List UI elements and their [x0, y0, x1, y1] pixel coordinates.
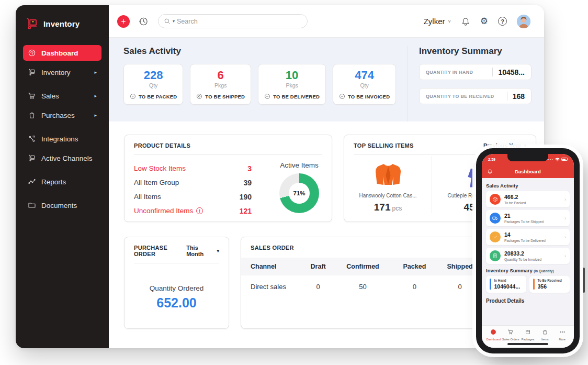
sidebar-item-label: Integrations [41, 135, 78, 143]
search-input[interactable] [177, 18, 302, 25]
sidebar-nav: Dashboard Inventory ▸ Sales ▸ P [23, 45, 101, 213]
tab-label: More [553, 338, 571, 341]
recent-history-button[interactable] [138, 16, 149, 27]
stat-value: 356 [538, 283, 562, 290]
column-header-draft: Draft [304, 258, 332, 275]
divider [492, 68, 493, 76]
all-item-group-row[interactable]: All Item Group 39 [134, 175, 252, 190]
phone-to-be-packed-card[interactable]: 466.2 To be Packed › [486, 191, 570, 207]
org-selector[interactable]: Zylker ˅ [424, 17, 451, 26]
sales-order-title: SALES ORDER [251, 245, 294, 251]
phone-notch [507, 154, 548, 161]
target-circle-icon [196, 93, 202, 99]
quantity-ordered-value: 652.00 [125, 295, 229, 311]
phone-page-title: Dashboard [482, 169, 574, 174]
table-row[interactable]: Direct sales 0 50 0 0 [241, 275, 484, 297]
sidebar-item-inventory[interactable]: Inventory ▸ [23, 64, 101, 80]
phone-tab-dashboard[interactable]: Dashboard [485, 328, 502, 341]
phone-to-be-invoiced-card[interactable]: 20833.2 Quantity To be Invoiced › [486, 248, 570, 264]
sidebar-item-reports[interactable]: Reports [23, 174, 101, 190]
low-stock-items-row[interactable]: Low Stock Items 3 [134, 161, 252, 175]
cell-confirmed: 50 [332, 275, 393, 297]
settings-button[interactable]: ⚙ [480, 17, 488, 26]
column-header-confirmed: Confirmed [332, 258, 393, 275]
hand-truck-logo-icon [25, 17, 39, 30]
purchase-order-title: PURCHASE ORDER [134, 245, 186, 257]
quantity-to-be-received-row[interactable]: QUANTITY TO BE RECEIVED 168 [419, 88, 532, 104]
donut-percent-label: 71% [289, 183, 310, 204]
package-icon [490, 194, 501, 205]
wifi-icon [555, 158, 560, 161]
home-indicator[interactable] [507, 343, 548, 345]
tab-label: Dashboard [485, 338, 502, 341]
phone-to-be-delivered-card[interactable]: 14 Packages To be Delivered › [486, 229, 570, 245]
to-be-packed-card[interactable]: 228 Qty TO BE PACKED [123, 64, 183, 105]
sidebar-item-label: Dashboard [41, 49, 78, 57]
sidebar-item-active-channels[interactable]: Active Channels [23, 150, 101, 166]
quick-create-button[interactable]: + [117, 15, 130, 28]
bell-icon[interactable] [487, 169, 493, 174]
user-avatar[interactable] [517, 15, 530, 28]
search-scope-caret-icon[interactable]: ▾ [173, 19, 175, 24]
to-be-shipped-value: 6 [196, 69, 245, 82]
card-value: 21 [504, 213, 544, 219]
stat-label: In Hand [494, 279, 521, 282]
phone-to-be-received-stat[interactable]: To Be Received 356 [529, 276, 570, 293]
check-icon [490, 231, 501, 242]
dash-circle-icon [264, 93, 270, 99]
integrations-icon [28, 135, 36, 143]
cell-draft: 0 [304, 275, 332, 297]
phone-tab-more[interactable]: More [553, 328, 571, 341]
tab-label: Sales Orders [502, 338, 519, 341]
inventory-summary-suffix: (In Quantity) [534, 269, 553, 273]
card-value: 466.2 [504, 194, 526, 201]
sidebar-item-sales[interactable]: Sales ▸ [23, 88, 101, 104]
chevron-right-icon: ▸ [94, 70, 97, 75]
sales-activity-title: Sales Activity [123, 46, 402, 57]
to-be-delivered-card[interactable]: 10 Pkgs TO BE DELIVERED [258, 64, 326, 105]
stat-label: To Be Received [538, 279, 562, 282]
sales-order-table: Channel Draft Confirmed Packed Shipped D… [241, 258, 484, 297]
notifications-button[interactable] [461, 17, 470, 26]
row-value: 190 [240, 193, 252, 201]
to-be-delivered-value: 10 [264, 69, 320, 82]
phone-in-hand-stat[interactable]: In Hand 1046044... [486, 276, 526, 293]
card-value: 14 [504, 231, 546, 238]
to-be-invoiced-card[interactable]: 474 Qty TO BE INVOICED [333, 64, 396, 105]
row-label: QUANTITY IN HAND [426, 70, 473, 75]
to-be-shipped-card[interactable]: 6 Pkgs TO BE SHIPPED [190, 64, 251, 105]
product-name: Hanswooly Cotton Cas... [344, 193, 432, 198]
phone-tab-packages[interactable]: Packages [519, 328, 537, 341]
sidebar-item-label: Documents [41, 202, 77, 209]
unit-label: Qty [339, 82, 390, 89]
purchase-order-filter-dropdown[interactable]: This Month ▾ [186, 245, 219, 257]
help-button[interactable]: ? [498, 17, 507, 26]
sales-activity-section: Sales Activity 228 Qty TO BE PACKED 6 Pk… [123, 46, 402, 121]
sidebar-item-label: Active Channels [41, 154, 93, 162]
product-qty: 45 [463, 202, 474, 213]
unconfirmed-items-row[interactable]: Unconfirmed Items ! 121 [134, 204, 252, 218]
row-value: 10458... [498, 68, 525, 76]
active-items-donut: 71% [279, 173, 319, 213]
sidebar-item-purchases[interactable]: Purchases ▸ [23, 107, 101, 123]
all-items-row[interactable]: All Items 190 [134, 190, 252, 204]
chevron-right-icon: ▸ [94, 113, 97, 118]
bag-icon [542, 329, 548, 335]
invoice-icon [490, 250, 501, 261]
phone-inventory-summary-title: Inventory Summary [486, 268, 533, 273]
top-selling-item[interactable]: Hanswooly Cotton Cas... 171pcs [344, 156, 432, 213]
row-value: 168 [513, 92, 525, 101]
sidebar-item-dashboard[interactable]: Dashboard [23, 45, 101, 61]
status-label: TO BE SHIPPED [205, 94, 245, 99]
column-header-packed: Packed [393, 258, 436, 275]
quantity-in-hand-row[interactable]: QUANTITY IN HAND 10458... [419, 64, 532, 80]
sidebar-item-integrations[interactable]: Integrations [23, 131, 101, 147]
sidebar-item-documents[interactable]: Documents [23, 197, 101, 213]
chevron-down-icon: ˅ [448, 19, 450, 24]
row-value: 39 [243, 179, 252, 187]
phone-to-be-shipped-card[interactable]: 21 Packages To be Shipped › [486, 210, 570, 226]
to-be-packed-value: 228 [130, 69, 177, 82]
search-box[interactable]: ▾ [158, 14, 308, 28]
phone-tab-items[interactable]: Items [536, 328, 553, 341]
phone-tab-sales-orders[interactable]: Sales Orders [502, 328, 519, 341]
